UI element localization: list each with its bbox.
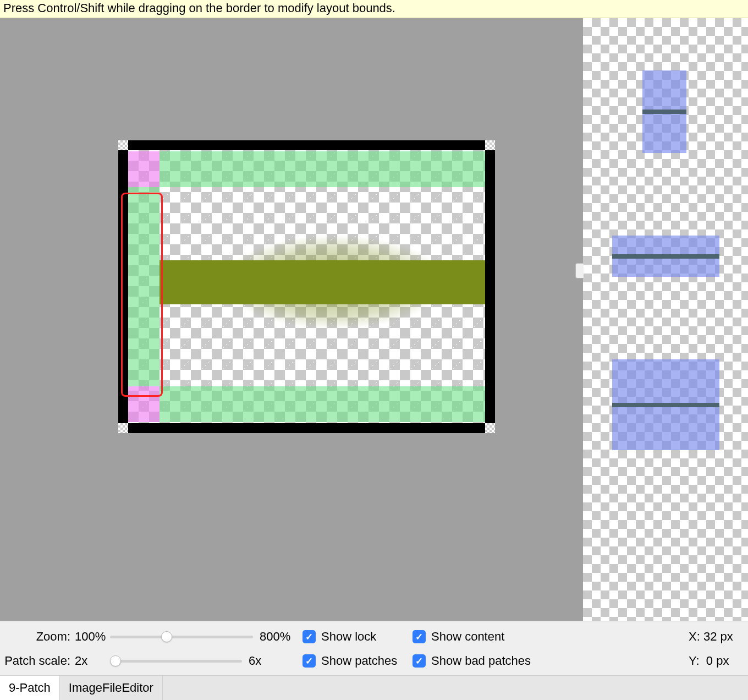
show-content-label: Show content bbox=[431, 630, 504, 644]
corner-bl bbox=[118, 423, 128, 433]
corner-tl bbox=[118, 140, 128, 150]
controls-row-1: Zoom: 100% 800% ✓ Show lock ✓ Show conte… bbox=[4, 625, 744, 649]
nine-patch-editor: Press Control/Shift while dragging on th… bbox=[0, 0, 748, 700]
zoom-max-label: 800% bbox=[254, 630, 302, 644]
preview-swatch-vertical bbox=[642, 70, 686, 153]
corner-tr bbox=[485, 140, 495, 150]
tab-image-file-editor[interactable]: ImageFileEditor bbox=[60, 676, 163, 700]
border-right[interactable] bbox=[485, 150, 495, 423]
check-icon: ✓ bbox=[413, 654, 426, 668]
canvas-pane[interactable] bbox=[0, 18, 583, 621]
cursor-y: Y: 0 px bbox=[689, 654, 744, 668]
patch-bottom-stretch bbox=[160, 386, 485, 422]
content-bar bbox=[160, 260, 485, 304]
preview-swatch-both bbox=[612, 359, 719, 450]
patch-scale-max-label: 6x bbox=[243, 654, 302, 668]
border-bottom[interactable] bbox=[128, 423, 485, 433]
preview-bar bbox=[612, 254, 719, 259]
controls-row-2: Patch scale: 2x 6x ✓ Show patches ✓ Show… bbox=[4, 649, 744, 673]
patch-top-stretch bbox=[160, 151, 485, 187]
work-area bbox=[0, 18, 748, 621]
cursor-x: X: 32 px bbox=[689, 630, 744, 644]
nine-patch-canvas[interactable] bbox=[118, 140, 495, 433]
editor-tabs: 9-Patch ImageFileEditor bbox=[0, 675, 748, 700]
hint-text: Press Control/Shift while dragging on th… bbox=[3, 1, 395, 15]
show-patches-label: Show patches bbox=[321, 654, 397, 668]
preview-pane bbox=[583, 18, 748, 621]
show-patches-checkbox[interactable]: ✓ Show patches bbox=[302, 654, 413, 668]
preview-bar bbox=[642, 110, 686, 114]
show-lock-label: Show lock bbox=[321, 630, 376, 644]
zoom-label: Zoom: bbox=[4, 630, 75, 644]
nine-patch-image bbox=[118, 140, 495, 433]
check-icon: ✓ bbox=[413, 630, 426, 643]
tab-9-patch[interactable]: 9-Patch bbox=[0, 676, 60, 700]
patch-scale-label: Patch scale: bbox=[4, 654, 75, 668]
show-lock-checkbox[interactable]: ✓ Show lock bbox=[302, 630, 413, 644]
zoom-slider[interactable] bbox=[110, 636, 253, 638]
show-bad-patches-checkbox[interactable]: ✓ Show bad patches bbox=[413, 654, 539, 668]
hint-bar: Press Control/Shift while dragging on th… bbox=[0, 0, 748, 18]
check-icon: ✓ bbox=[302, 630, 316, 643]
preview-swatch-horizontal bbox=[612, 236, 719, 277]
bad-patch-outline bbox=[121, 193, 163, 397]
patch-scale-slider[interactable] bbox=[110, 660, 242, 663]
show-bad-patches-label: Show bad patches bbox=[431, 654, 531, 668]
check-icon: ✓ bbox=[302, 654, 316, 668]
splitter-handle[interactable] bbox=[575, 263, 584, 278]
show-content-checkbox[interactable]: ✓ Show content bbox=[413, 630, 522, 644]
patch-scale-min-label: 2x bbox=[75, 654, 109, 668]
controls-bar: Zoom: 100% 800% ✓ Show lock ✓ Show conte… bbox=[0, 621, 748, 675]
corner-br bbox=[485, 423, 495, 433]
zoom-min-label: 100% bbox=[75, 630, 109, 644]
border-top[interactable] bbox=[128, 140, 485, 150]
preview-bar bbox=[612, 403, 719, 407]
patch-top-left bbox=[128, 151, 160, 187]
